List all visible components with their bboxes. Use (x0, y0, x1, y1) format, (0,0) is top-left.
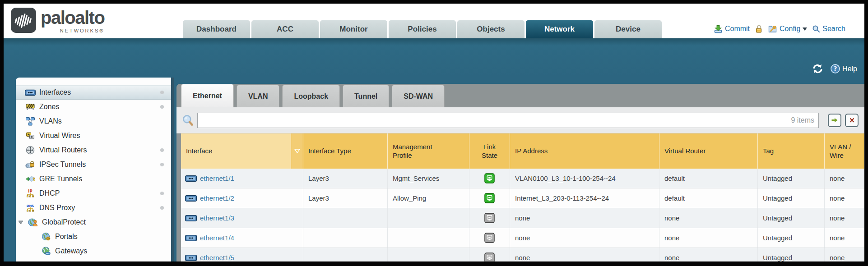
sidebar-item-portals[interactable]: Portals (16, 229, 171, 244)
tab-policies[interactable]: Policies (389, 20, 456, 38)
cell-virtual-router: none (659, 248, 758, 261)
interfaces-table: Interface Interface Type Management Prof… (181, 133, 864, 261)
column-header-link-state[interactable]: Link State (469, 133, 510, 169)
cell-virtual-router: default (659, 169, 758, 188)
sidebar-label: GlobalProtect (42, 218, 86, 226)
refresh-icon[interactable] (812, 64, 824, 74)
help-button[interactable]: ? Help (830, 64, 857, 74)
item-dot (160, 148, 164, 152)
sidebar-item-zones[interactable]: Zones (16, 100, 171, 114)
virtual-wires-icon (25, 132, 36, 140)
subtab-loopback[interactable]: Loopback (282, 85, 340, 107)
apply-filter-button[interactable] (828, 114, 841, 127)
table-row[interactable]: ethernet1/2 Layer3 Allow_Ping Internet_L… (181, 188, 864, 208)
tab-monitor[interactable]: Monitor (320, 20, 387, 38)
item-dot (160, 163, 164, 166)
cell-ip-address: none (510, 228, 659, 248)
table-row[interactable]: ethernet1/4 none none Untagged none (181, 228, 864, 248)
cell-tag: Untagged (758, 248, 825, 261)
interface-link[interactable]: ethernet1/1 (200, 174, 234, 182)
cell-management-profile: Mgmt_Services (388, 169, 469, 188)
clear-filter-button[interactable] (845, 114, 859, 127)
commit-button[interactable]: Commit (714, 24, 750, 33)
table-row[interactable]: ethernet1/1 Layer3 Mgmt_Services VLAN010… (181, 169, 864, 188)
ethernet-port-icon (185, 235, 197, 241)
main-nav-tabs: Dashboard ACC Monitor Policies Objects N… (183, 20, 662, 38)
sidebar-label: DHCP (39, 189, 60, 197)
gateways-icon (41, 247, 51, 256)
link-state-icon (469, 228, 510, 248)
sidebar-item-virtual-routers[interactable]: Virtual Routers (16, 143, 171, 157)
vlans-icon (25, 117, 36, 126)
cell-ip-address: VLAN0100_L3_10-1-100-254--24 (510, 169, 659, 188)
portals-icon (41, 232, 51, 241)
subtab-ethernet[interactable]: Ethernet (181, 84, 234, 107)
column-header-interface-type[interactable]: Interface Type (303, 133, 388, 169)
sidebar-item-virtual-wires[interactable]: Virtual Wires (16, 128, 171, 143)
cell-interface-type (303, 228, 388, 248)
sidebar-item-vlans[interactable]: VLANs (16, 114, 171, 128)
sidebar-item-interfaces[interactable]: Interfaces (16, 85, 171, 100)
search-menu[interactable]: Search (812, 25, 845, 33)
tab-network[interactable]: Network (526, 20, 593, 38)
tab-dashboard[interactable]: Dashboard (183, 20, 250, 38)
item-dot (160, 91, 164, 94)
help-icon: ? (830, 64, 840, 74)
tab-objects[interactable]: Objects (457, 20, 525, 38)
subtab-vlan[interactable]: VLAN (237, 85, 280, 107)
sidebar-item-dhcp[interactable]: IP DHCP (16, 186, 171, 201)
expand-triangle-icon[interactable] (18, 220, 24, 225)
sidebar-item-gateways[interactable]: Gateways (16, 244, 171, 258)
sidebar-label: Interfaces (39, 88, 71, 96)
sidebar-item-globalprotect[interactable]: GlobalProtect (16, 215, 171, 229)
sort-dropdown-icon[interactable] (291, 133, 303, 169)
lock-button[interactable] (755, 24, 763, 33)
filter-toolbar: 9 items (176, 107, 864, 133)
cell-virtual-router: none (659, 208, 758, 228)
sidebar-label: Gateways (55, 247, 87, 255)
column-header-interface[interactable]: Interface (181, 133, 303, 169)
column-header-virtual-router[interactable]: Virtual Router (659, 133, 758, 169)
cell-vlan-wire: none (825, 228, 864, 248)
interface-link[interactable]: ethernet1/4 (200, 234, 234, 242)
cell-vlan-wire: none (825, 169, 864, 188)
interface-link[interactable]: ethernet1/5 (200, 254, 234, 261)
cell-tag: Untagged (758, 169, 825, 188)
tab-device[interactable]: Device (594, 20, 662, 38)
column-header-management-profile[interactable]: Management Profile (388, 133, 469, 169)
cell-virtual-router: none (659, 228, 758, 248)
interface-link[interactable]: ethernet1/3 (200, 214, 234, 222)
cell-management-profile (388, 208, 469, 228)
link-state-icon (469, 248, 510, 261)
interfaces-icon (25, 89, 36, 96)
tab-acc[interactable]: ACC (251, 20, 319, 38)
ethernet-port-icon (185, 255, 197, 261)
config-menu[interactable]: Config (768, 24, 807, 33)
gre-tunnels-icon (25, 175, 36, 183)
column-header-tag[interactable]: Tag (758, 133, 825, 169)
subtab-sdwan[interactable]: SD-WAN (392, 85, 445, 107)
table-row[interactable]: ethernet1/5 none none Untagged none (181, 248, 864, 261)
app-window: paloalto NETWORKS® Dashboard ACC Monitor… (4, 4, 864, 261)
content-area: Interfaces Zones VLANs Virtual Wires Vir… (4, 78, 864, 261)
cell-interface-type: Layer3 (303, 169, 388, 188)
sidebar-label: Zones (39, 103, 59, 111)
sidebar-item-dns-proxy[interactable]: DNS DNS Proxy (16, 201, 171, 215)
ethernet-port-icon (185, 215, 197, 221)
column-header-vlan-wire[interactable]: VLAN / Wire (825, 133, 864, 169)
sidebar-label: IPSec Tunnels (39, 161, 86, 169)
cell-ip-address: Internet_L3_203-0-113-254--24 (510, 188, 659, 208)
column-header-ip-address[interactable]: IP Address (510, 133, 659, 169)
sidebar-item-gre-tunnels[interactable]: GRE Tunnels (16, 172, 171, 186)
top-header-bar: paloalto NETWORKS® Dashboard ACC Monitor… (4, 4, 864, 38)
sidebar-item-ipsec-tunnels[interactable]: IPSec Tunnels (16, 157, 171, 172)
interface-link[interactable]: ethernet1/2 (200, 194, 234, 202)
cell-interface-type (303, 248, 388, 261)
cell-tag: Untagged (758, 228, 825, 248)
subtab-tunnel[interactable]: Tunnel (343, 85, 389, 107)
commit-label: Commit (725, 25, 750, 33)
filter-input[interactable] (197, 113, 819, 128)
table-row[interactable]: ethernet1/3 none none Untagged none (181, 208, 864, 228)
dhcp-icon: IP (25, 189, 36, 198)
link-state-icon (469, 169, 510, 188)
